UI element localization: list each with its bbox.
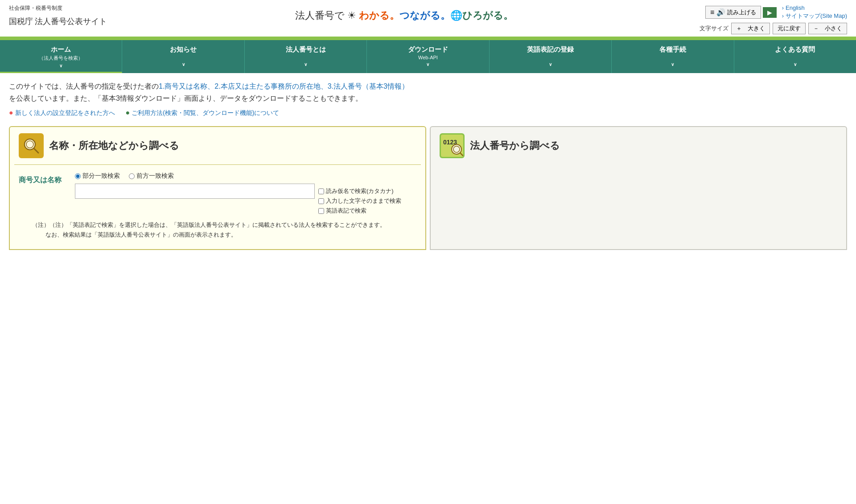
nav-download-arrow: ∨ [370, 62, 485, 67]
speak-button[interactable]: ≡ 🔊 読み上げる [705, 6, 761, 19]
radio-group: 部分一致検索 前方一致検索 [75, 172, 416, 180]
bullet-green: ● ご利用方法(検索・閲覧、ダウンロード機能)について [126, 109, 280, 117]
svg-line-2 [34, 148, 38, 153]
speak-label: 読み上げる [727, 8, 756, 16]
site-title: 国税庁法人番号公表サイト [9, 13, 109, 27]
site-logo: 社会保障・税番号制度 国税庁法人番号公表サイト [9, 4, 109, 27]
radio-prefix-label[interactable]: 前方一致検索 [129, 172, 174, 180]
nav-procedures-sub [615, 55, 730, 60]
check-exact-label[interactable]: 入力した文字そのままで検索 [318, 197, 416, 205]
check-kana[interactable] [318, 188, 324, 194]
name-form-controls: 部分一致検索 前方一致検索 [75, 172, 416, 215]
speaker-icon: ≡ 🔊 [710, 8, 725, 16]
title-prefix: 国税庁 [9, 17, 33, 26]
nav-news-arrow: ∨ [126, 62, 240, 67]
check-kana-text: 読み仮名で検索(カタカナ) [326, 187, 394, 195]
bullet-orange: ● 新しく法人の設立登記をされた方へ [9, 109, 115, 117]
search-name-icon [19, 133, 44, 158]
nav-procedures-label: 各種手続 [659, 45, 686, 53]
note-area: （注）（注）「英語表記で検索」を選択した場合は、「英語版法人番号公表サイト」に掲… [19, 220, 416, 240]
nav-about-sub [248, 55, 363, 60]
sitemap-link[interactable]: サイトマップ(Site Map) [782, 12, 847, 20]
search-panels: 名称・所在地などから調べる 商号又は名称 部分一致検索 [9, 126, 847, 250]
nav-procedures-arrow: ∨ [615, 62, 730, 67]
font-large-button[interactable]: ＋ 大きく [731, 23, 770, 34]
title-main: 法人番号公表サイト [35, 17, 107, 26]
nav-home-sub: （法人番号を検索） [4, 55, 118, 61]
name-label: 商号又は名称 [19, 176, 68, 185]
right-panel-title: 法人番号から調べる [470, 139, 560, 152]
tagline-word1: わかる。 [359, 10, 399, 21]
nav-home-arrow: ∨ [4, 63, 118, 68]
check-exact[interactable] [318, 198, 324, 204]
top-right-area: ≡ 🔊 読み上げる ▶ English サイトマップ(Site Map) [705, 4, 847, 20]
radio-partial[interactable] [75, 173, 81, 179]
nav-faq-arrow: ∨ [738, 62, 852, 67]
nav-english-reg-label: 英語表記の登録 [527, 45, 574, 53]
check-exact-text: 入力した文字そのままで検索 [326, 197, 401, 205]
nav-news[interactable]: お知らせ ∨ [122, 40, 244, 73]
intro-highlight: 1.商号又は名称、2.本店又は主たる事務所の所在地、3.法人番号（基本3情報） [159, 82, 409, 90]
check-english-label[interactable]: 英語表記で検索 [318, 207, 416, 215]
search-options: 読み仮名で検索(カタカナ) 入力した文字そのままで検索 英語表記で検索 [318, 187, 416, 215]
radio-partial-label[interactable]: 部分一致検索 [75, 172, 120, 180]
site-subtitle: 社会保障・税番号制度 [9, 4, 109, 12]
quick-links: ● 新しく法人の設立登記をされた方へ ● ご利用方法(検索・閲覧、ダウンロード機… [9, 109, 847, 117]
nav-faq-label: よくある質問 [775, 45, 815, 53]
radio-partial-text: 部分一致検索 [82, 172, 120, 180]
nav-faq-sub [738, 55, 852, 60]
header-controls: ≡ 🔊 読み上げる ▶ English サイトマップ(Site Map) 文字サ… [700, 4, 847, 34]
search-panel-name: 名称・所在地などから調べる 商号又は名称 部分一致検索 [9, 126, 426, 250]
intro-paragraph: このサイトでは、法人番号の指定を受けた者の1.商号又は名称、2.本店又は主たる事… [9, 80, 847, 104]
nav-news-sub [126, 55, 240, 60]
font-small-button[interactable]: － 小さく [808, 23, 847, 34]
nav-about[interactable]: 法人番号とは ∨ [245, 40, 367, 73]
nav-home[interactable]: ホーム （法人番号を検索） ∨ [0, 40, 122, 73]
nav-news-label: お知らせ [170, 45, 197, 53]
nav-home-label: ホーム [51, 45, 71, 53]
tagline: 法人番号で ☀ わかる。つながる。🌐ひろがる。 [295, 9, 513, 22]
right-panel-tab: 0123 法人番号から調べる [431, 127, 846, 164]
radio-prefix-text: 前方一致検索 [136, 172, 174, 180]
search-panel-number: 0123 法人番号から調べる [430, 126, 847, 250]
tagline-word3: ひろがる。 [462, 10, 513, 21]
check-english[interactable] [318, 208, 324, 214]
font-size-controls: 文字サイズ ＋ 大きく 元に戻す － 小さく [700, 23, 847, 34]
check-kana-label[interactable]: 読み仮名で検索(カタカナ) [318, 187, 416, 195]
note-line1: （注）（注）「英語表記で検索」を選択した場合は、「英語版法人番号公表サイト」に掲… [32, 221, 386, 228]
nav-procedures[interactable]: 各種手続 ∨ [612, 40, 734, 73]
font-reset-button[interactable]: 元に戻す [773, 23, 806, 34]
nav-download-sub: Web-API [370, 55, 485, 60]
font-size-label: 文字サイズ [700, 25, 728, 33]
radio-prefix[interactable] [129, 173, 135, 179]
nav-faq[interactable]: よくある質問 ∨ [734, 40, 856, 73]
nav-english-reg-arrow: ∨ [493, 62, 608, 67]
nav-english-reg[interactable]: 英語表記の登録 ∨ [490, 40, 612, 73]
intro-text1: このサイトでは、法人番号の指定を受けた者の [9, 82, 159, 90]
english-link[interactable]: English [782, 4, 805, 11]
left-panel-title: 名称・所在地などから調べる [49, 139, 179, 152]
left-panel-form: 商号又は名称 部分一致検索 前方一致検索 [10, 165, 425, 249]
check-english-text: 英語表記で検索 [326, 207, 366, 215]
nav-about-arrow: ∨ [248, 62, 363, 67]
main-content: このサイトでは、法人番号の指定を受けた者の1.商号又は名称、2.本店又は主たる事… [0, 73, 856, 257]
nav-download[interactable]: ダウンロード Web-API ∨ [367, 40, 489, 73]
site-header: 社会保障・税番号制度 国税庁法人番号公表サイト 法人番号で ☀ わかる。つながる… [0, 0, 856, 38]
nav-about-label: 法人番号とは [286, 45, 326, 53]
tagline-word2: つながる。 [399, 10, 450, 21]
usage-link[interactable]: ご利用方法(検索・閲覧、ダウンロード機能)について [132, 109, 279, 116]
nav-english-reg-sub [493, 55, 608, 60]
main-nav: ホーム （法人番号を検索） ∨ お知らせ ∨ 法人番号とは ∨ ダウンロード W… [0, 40, 856, 73]
note-line2: なお、検索結果は「英語版法人番号公表サイト」の画面が表示されます。 [32, 230, 416, 240]
new-company-link[interactable]: 新しく法人の設立登記をされた方へ [15, 109, 115, 116]
name-search-row: 商号又は名称 部分一致検索 前方一致検索 [19, 172, 416, 215]
search-number-icon: 0123 [440, 133, 465, 158]
left-panel-tab: 名称・所在地などから調べる [10, 127, 425, 164]
nav-download-label: ダウンロード [408, 45, 448, 53]
lang-links: English サイトマップ(Site Map) [782, 4, 847, 20]
play-button[interactable]: ▶ [763, 7, 777, 18]
tagline-area: 法人番号で ☀ わかる。つながる。🌐ひろがる。 [295, 4, 513, 22]
name-search-input[interactable] [75, 184, 315, 199]
intro-text2: を公表しています。また、「基本3情報ダウンロード」画面より、データをダウンロード… [9, 94, 362, 102]
